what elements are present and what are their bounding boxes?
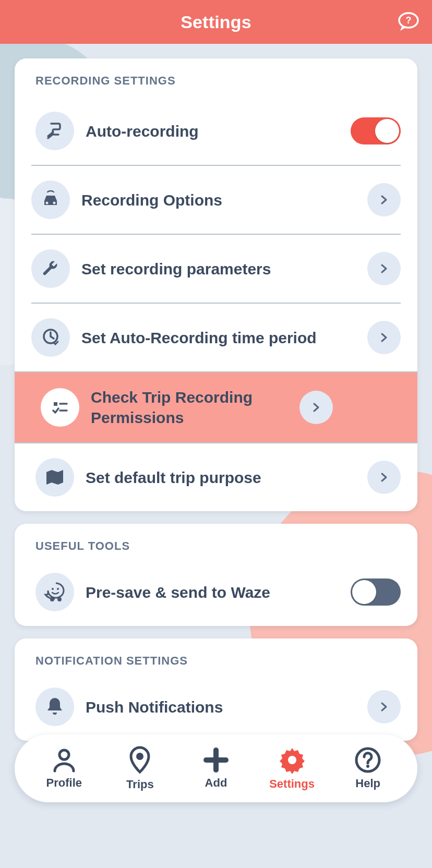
road-icon xyxy=(35,112,74,150)
section-title-recording: RECORDING SETTINGS xyxy=(15,58,417,97)
nav-settings-label: Settings xyxy=(269,777,315,791)
svg-rect-5 xyxy=(54,402,57,406)
pin-icon xyxy=(127,745,152,775)
section-title-tools: USEFUL TOOLS xyxy=(15,524,417,558)
gear-icon xyxy=(278,746,306,774)
chevron-right-icon xyxy=(367,690,401,724)
push-notifications-label: Push Notifications xyxy=(86,697,367,717)
svg-point-16 xyxy=(288,756,296,764)
check-permissions-row[interactable]: Check Trip Recording Permissions xyxy=(15,371,417,442)
section-title-notifications: NOTIFICATION SETTINGS xyxy=(15,638,417,673)
set-recording-params-row[interactable]: Set recording parameters xyxy=(31,234,401,303)
presave-waze-toggle[interactable] xyxy=(351,578,401,606)
set-default-purpose-row[interactable]: Set default trip purpose xyxy=(15,442,417,511)
svg-point-9 xyxy=(57,588,59,590)
recording-settings-card: RECORDING SETTINGS Auto-recording Record… xyxy=(15,58,417,511)
useful-tools-card: USEFUL TOOLS Pre-save & send to Waze xyxy=(15,524,417,626)
svg-point-2 xyxy=(46,202,49,204)
nav-trips-label: Trips xyxy=(126,778,154,791)
clock-check-icon xyxy=(31,318,70,357)
nav-add[interactable]: Add xyxy=(185,747,247,790)
auto-recording-toggle[interactable] xyxy=(351,117,401,144)
set-recording-params-label: Set recording parameters xyxy=(81,259,367,279)
svg-point-10 xyxy=(50,597,54,601)
notification-settings-card: NOTIFICATION SETTINGS Push Notifications xyxy=(15,638,417,741)
svg-point-12 xyxy=(59,750,69,760)
chevron-right-icon xyxy=(367,321,401,354)
page-title: Settings xyxy=(181,12,251,32)
presave-waze-label: Pre-save & send to Waze xyxy=(86,582,351,602)
nav-help-label: Help xyxy=(355,777,380,790)
presave-waze-row[interactable]: Pre-save & send to Waze xyxy=(15,558,417,626)
nav-profile-label: Profile xyxy=(46,776,82,790)
set-time-period-label: Set Auto-Recording time period xyxy=(81,328,367,348)
svg-point-11 xyxy=(57,597,62,601)
nav-add-label: Add xyxy=(205,776,227,790)
check-permissions-label: Check Trip Recording Permissions xyxy=(91,387,299,428)
nav-profile[interactable]: Profile xyxy=(33,747,95,790)
set-time-period-row[interactable]: Set Auto-Recording time period xyxy=(31,303,401,371)
wrench-icon xyxy=(31,249,70,288)
chevron-right-icon xyxy=(367,183,401,216)
profile-icon xyxy=(51,747,78,773)
svg-point-13 xyxy=(136,753,143,760)
bottom-nav: Profile Trips Add Settings Help xyxy=(15,734,417,802)
app-header: Settings ? xyxy=(0,0,432,44)
svg-point-18 xyxy=(366,765,369,768)
map-icon xyxy=(35,458,74,497)
plus-icon xyxy=(203,747,229,773)
recording-options-row[interactable]: Recording Options xyxy=(31,165,401,234)
bell-icon xyxy=(35,688,74,726)
checklist-icon xyxy=(41,388,79,427)
nav-settings[interactable]: Settings xyxy=(261,746,323,791)
push-notifications-row[interactable]: Push Notifications xyxy=(15,673,417,741)
auto-recording-row[interactable]: Auto-recording xyxy=(15,97,417,165)
svg-point-8 xyxy=(52,588,54,590)
auto-recording-label: Auto-recording xyxy=(86,121,351,141)
svg-text:?: ? xyxy=(406,15,412,26)
help-icon xyxy=(354,746,381,774)
car-icon xyxy=(31,180,70,219)
chevron-right-icon xyxy=(299,391,333,424)
svg-point-3 xyxy=(53,202,56,204)
waze-icon xyxy=(35,573,74,611)
recording-options-label: Recording Options xyxy=(81,190,367,210)
nav-help[interactable]: Help xyxy=(337,746,399,790)
set-default-purpose-label: Set default trip purpose xyxy=(86,467,367,488)
chat-help-icon: ? xyxy=(398,12,419,32)
chevron-right-icon xyxy=(367,252,401,285)
chevron-right-icon xyxy=(367,461,401,494)
help-chat-button[interactable]: ? xyxy=(398,11,419,33)
nav-trips[interactable]: Trips xyxy=(109,745,171,791)
